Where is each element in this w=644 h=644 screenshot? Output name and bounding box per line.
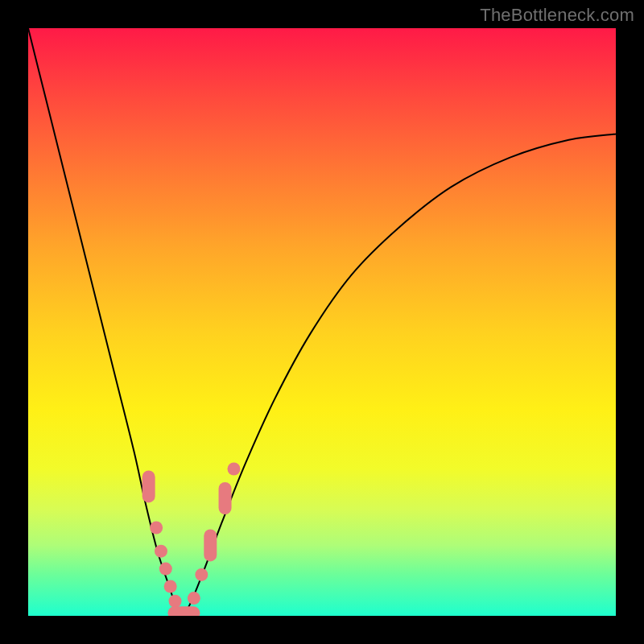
curve-marker [169,595,182,608]
curve-marker [188,592,200,605]
curve-marker [159,563,172,576]
curve-marker [155,545,167,558]
curve-marker [150,522,163,535]
curve-marker [167,606,200,616]
bottleneck-curve [28,28,616,616]
curve-marker [204,529,217,561]
curve-marker [219,482,232,514]
curve-marker [228,463,241,476]
curve-marker [164,580,177,593]
curve-markers [142,463,241,617]
bottleneck-plot [28,28,616,616]
outer-frame: TheBottleneck.com [0,0,644,644]
bottleneck-curve-svg [28,28,616,616]
curve-marker [195,568,208,581]
curve-marker [142,470,155,502]
watermark-text: TheBottleneck.com [480,5,634,26]
